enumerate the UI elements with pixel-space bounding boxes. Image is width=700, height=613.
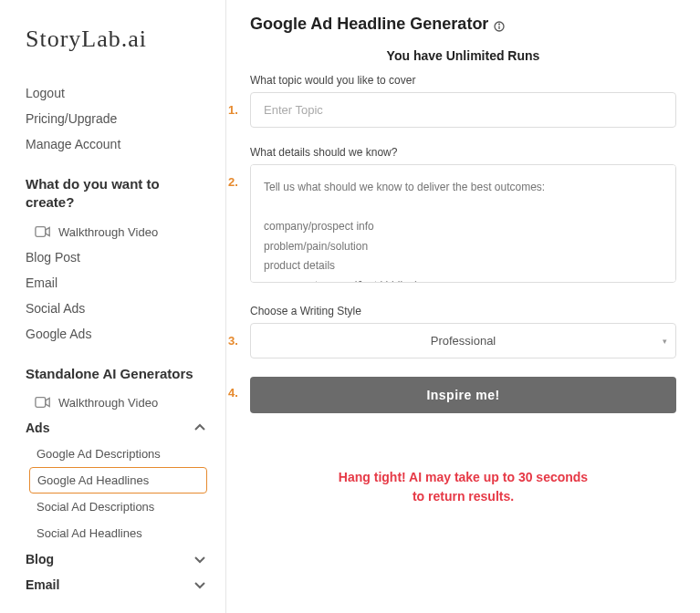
- pricing-link[interactable]: Pricing/Upgrade: [26, 106, 207, 131]
- runs-banner: You have Unlimited Runs: [250, 48, 676, 63]
- brand-logo[interactable]: StoryLab.ai: [26, 26, 207, 53]
- walkthrough-label: Walkthrough Video: [58, 396, 158, 410]
- wait-message: Hang tight! AI may take up to 30 seconds…: [250, 468, 676, 506]
- category-ads[interactable]: Ads: [26, 415, 207, 441]
- sidebar-item-email[interactable]: Email: [26, 270, 207, 296]
- field-details: 2. What details should we know?: [250, 146, 676, 286]
- walkthrough-video-create[interactable]: Walkthrough Video: [26, 220, 207, 244]
- inspire-button[interactable]: Inspire me!: [250, 377, 676, 413]
- style-select-wrap: Professional ▾: [250, 323, 676, 358]
- svg-rect-1: [36, 398, 46, 408]
- details-textarea[interactable]: [250, 164, 676, 283]
- walkthrough-video-standalone[interactable]: Walkthrough Video: [26, 390, 207, 415]
- sidebar-item-blog-post[interactable]: Blog Post: [26, 244, 207, 270]
- step-4-number: 4.: [228, 386, 238, 400]
- step-1-number: 1.: [228, 103, 238, 117]
- category-blog[interactable]: Blog: [26, 546, 207, 572]
- style-label: Choose a Writing Style: [250, 305, 676, 317]
- page-title-row: Google Ad Headline Generator: [250, 15, 676, 34]
- account-links: Logout Pricing/Upgrade Manage Account: [26, 80, 207, 157]
- field-style: 3. Choose a Writing Style Professional ▾: [250, 305, 676, 358]
- sub-item-google-ad-descriptions[interactable]: Google Ad Descriptions: [35, 441, 207, 467]
- chevron-up-icon: [193, 421, 207, 435]
- step-3-number: 3.: [228, 334, 238, 348]
- field-topic: 1. What topic would you like to cover: [250, 74, 676, 128]
- sub-item-social-ad-descriptions[interactable]: Social Ad Descriptions: [35, 494, 207, 520]
- app-container: StoryLab.ai Logout Pricing/Upgrade Manag…: [0, 0, 700, 613]
- logout-link[interactable]: Logout: [26, 80, 207, 106]
- video-icon: [35, 396, 51, 409]
- category-email-label: Email: [26, 577, 59, 592]
- walkthrough-label: Walkthrough Video: [58, 225, 158, 239]
- step-2-number: 2.: [228, 175, 238, 189]
- category-blog-label: Blog: [26, 552, 54, 566]
- category-email[interactable]: Email: [26, 572, 207, 597]
- topic-input[interactable]: [250, 92, 676, 128]
- sub-item-google-ad-headlines[interactable]: Google Ad Headlines: [29, 467, 207, 494]
- page-title: Google Ad Headline Generator: [250, 15, 488, 34]
- sidebar: StoryLab.ai Logout Pricing/Upgrade Manag…: [0, 0, 226, 613]
- svg-rect-0: [36, 227, 46, 237]
- details-label: What details should we know?: [250, 146, 676, 159]
- svg-point-4: [499, 24, 500, 25]
- sidebar-item-google-ads[interactable]: Google Ads: [26, 321, 207, 347]
- style-select[interactable]: Professional: [250, 323, 676, 358]
- field-submit: 4. Inspire me!: [250, 377, 676, 413]
- video-icon: [35, 225, 51, 238]
- ads-sublist: Google Ad Descriptions Google Ad Headlin…: [26, 441, 207, 546]
- chevron-down-icon: [193, 577, 207, 592]
- manage-account-link[interactable]: Manage Account: [26, 131, 207, 157]
- standalone-section-heading: Standalone AI Generators: [26, 365, 207, 383]
- topic-label: What topic would you like to cover: [250, 74, 676, 87]
- chevron-down-icon: [193, 552, 207, 566]
- sidebar-item-social-ads[interactable]: Social Ads: [26, 296, 207, 321]
- info-icon[interactable]: [494, 19, 505, 30]
- sub-item-social-ad-headlines[interactable]: Social Ad Headlines: [35, 520, 207, 546]
- category-ads-label: Ads: [26, 421, 49, 435]
- main-content: Google Ad Headline Generator You have Un…: [226, 0, 700, 613]
- create-section-heading: What do you want to create?: [26, 175, 207, 213]
